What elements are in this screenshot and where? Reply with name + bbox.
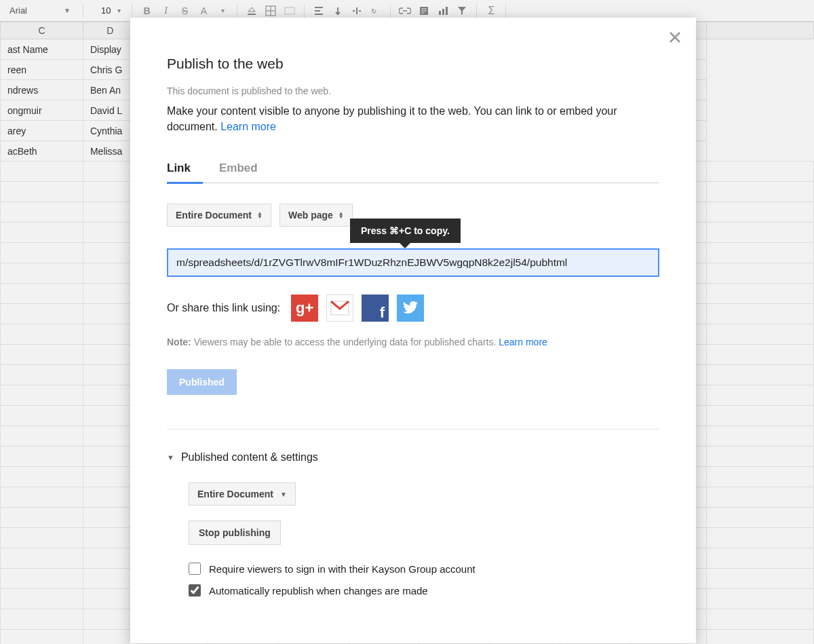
stop-publishing-button[interactable]: Stop publishing	[189, 520, 281, 545]
tab-embed[interactable]: Embed	[219, 162, 270, 183]
publish-dialog: Publish to the web This document is publ…	[130, 18, 696, 643]
gmail-icon[interactable]	[326, 295, 353, 322]
copy-tooltip: Press ⌘+C to copy.	[350, 219, 461, 243]
published-url-input[interactable]	[167, 248, 659, 277]
published-button[interactable]: Published	[167, 369, 237, 395]
facebook-icon[interactable]: f	[362, 295, 389, 322]
dialog-title: Publish to the web	[167, 56, 659, 72]
share-icons: g+ f	[291, 295, 424, 322]
share-label: Or share this link using:	[167, 302, 280, 314]
twitter-icon[interactable]	[397, 295, 424, 322]
publish-scope-selector[interactable]: Entire Document▼	[189, 482, 296, 506]
tabs: Link Embed	[167, 162, 659, 183]
tab-link[interactable]: Link	[167, 162, 203, 184]
google-plus-icon[interactable]: g+	[291, 295, 318, 322]
triangle-down-icon: ▼	[167, 453, 174, 461]
dialog-description: Make your content visible to anyone by p…	[167, 103, 659, 134]
scope-selector[interactable]: Entire Document▲▼	[167, 204, 271, 227]
note-learn-more-link[interactable]: Learn more	[499, 337, 547, 347]
published-status: This document is published to the web.	[167, 86, 659, 96]
settings-toggle[interactable]: ▼ Published content & settings	[167, 451, 659, 463]
require-signin-checkbox[interactable]: Require viewers to sign in with their Ka…	[189, 563, 659, 575]
learn-more-link[interactable]: Learn more	[220, 121, 276, 132]
close-button[interactable]	[669, 30, 681, 48]
dialog-overlay: Publish to the web This document is publ…	[0, 0, 814, 644]
format-selector[interactable]: Web page▲▼	[279, 204, 353, 227]
auto-republish-checkbox[interactable]: Automatically republish when changes are…	[189, 584, 659, 596]
triangle-down-icon: ▼	[280, 491, 287, 498]
sort-icon: ▲▼	[257, 212, 263, 219]
note-text: Note: Viewers may be able to access the …	[167, 337, 659, 347]
sort-icon: ▲▼	[338, 212, 344, 219]
